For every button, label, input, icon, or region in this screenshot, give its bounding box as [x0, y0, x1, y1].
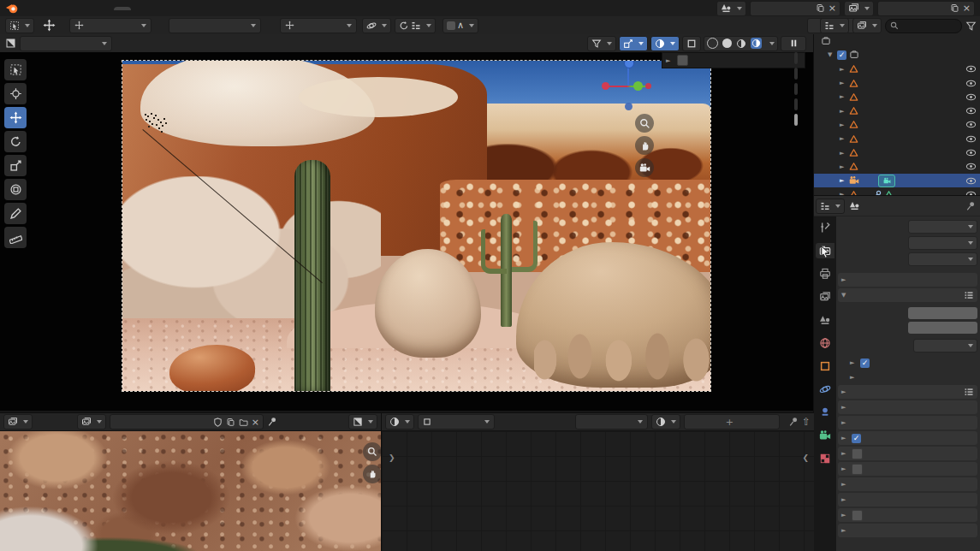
collection-checkbox[interactable]: ✓ — [837, 50, 846, 60]
scene-name-field[interactable]: × — [750, 1, 840, 16]
scene-browse-button[interactable] — [716, 1, 746, 16]
node-menu-node[interactable] — [549, 421, 563, 423]
camera-view[interactable] — [122, 61, 710, 391]
workspace-tab-layout[interactable] — [114, 7, 131, 10]
shader-type-dropdown[interactable] — [418, 414, 495, 430]
motion-blur-checkbox[interactable] — [852, 464, 863, 475]
outliner-row-object[interactable]: ► — [814, 132, 980, 145]
active-tool-dropdown[interactable] — [5, 18, 34, 33]
hide-eye-icon[interactable] — [965, 163, 977, 170]
viewport-canvas[interactable]: ► — [0, 52, 813, 411]
cursor-tool[interactable] — [4, 83, 27, 104]
measure-tool[interactable] — [4, 227, 27, 248]
motion-blur-section[interactable]: ► — [838, 462, 977, 476]
annotate-tool[interactable] — [4, 203, 27, 224]
node-editor-type-dropdown[interactable] — [385, 414, 414, 430]
tab-scene-properties[interactable] — [816, 312, 834, 328]
viewport-menu-select[interactable] — [133, 43, 146, 44]
outliner-row-camera[interactable]: ► — [814, 174, 980, 187]
mode-dropdown[interactable] — [20, 36, 112, 51]
device-dropdown[interactable] — [908, 252, 977, 266]
new-image-copy-icon[interactable] — [226, 418, 235, 427]
hide-eye-icon[interactable] — [965, 65, 977, 73]
view-layer-remove-icon[interactable]: × — [963, 3, 971, 14]
presets-list-icon[interactable] — [964, 387, 974, 397]
node-menu-add[interactable] — [532, 421, 546, 423]
viewport-denoiser-dropdown[interactable] — [913, 339, 977, 353]
image-menu-image[interactable] — [53, 421, 67, 423]
adaptive-sampling-checkbox[interactable]: ✓ — [860, 358, 870, 368]
material-browse-dropdown[interactable] — [651, 414, 680, 430]
image-menu-view[interactable] — [36, 421, 50, 423]
viewport-menu-add[interactable] — [146, 43, 160, 44]
menu-edit[interactable] — [37, 8, 50, 9]
outliner-row-object[interactable]: ► — [814, 118, 980, 132]
light-paths-section[interactable]: ► — [838, 385, 977, 399]
sidebar-tab-create[interactable] — [794, 98, 798, 110]
fake-user-shield-icon[interactable] — [213, 418, 223, 427]
gizmo-view-dot[interactable] — [625, 103, 633, 110]
tab-texture-properties[interactable] — [816, 451, 834, 466]
menu-help[interactable] — [78, 8, 92, 9]
presets-list-icon[interactable] — [964, 290, 974, 300]
orientation-dropdown[interactable] — [69, 18, 151, 33]
menu-file[interactable] — [23, 8, 37, 9]
snap-target-dropdown[interactable] — [280, 18, 357, 33]
outliner-row-object[interactable]: ► — [814, 90, 980, 104]
render-engine-dropdown[interactable] — [908, 220, 977, 234]
outliner-row-object[interactable]: ► — [814, 62, 980, 76]
hide-eye-icon[interactable] — [965, 121, 977, 128]
scene-unlink-icon[interactable]: × — [829, 3, 836, 14]
node-editor-grid[interactable]: ❯ ❮ — [382, 431, 814, 551]
hide-eye-icon[interactable] — [965, 177, 977, 185]
gizmo-x-handle-2[interactable] — [645, 83, 651, 89]
tab-view-layer-properties[interactable] — [816, 289, 834, 305]
hair-section[interactable]: ►✓ — [838, 431, 977, 445]
new-view-layer-copy-icon[interactable] — [950, 3, 959, 13]
shading-solid-button[interactable] — [722, 39, 732, 48]
adaptive-sampling-row[interactable]: ►✓ — [838, 356, 977, 370]
performance-section[interactable]: ► — [838, 493, 977, 507]
new-material-button[interactable]: + — [684, 414, 780, 430]
outliner-search-input[interactable] — [885, 19, 962, 33]
snapping-dropdown[interactable] — [395, 18, 436, 33]
region-expand-arrow-left[interactable]: ❯ — [389, 453, 395, 462]
editor-type-3d-viewport-icon[interactable] — [5, 38, 16, 49]
shading-wireframe-button[interactable] — [707, 38, 718, 49]
outliner-row-scene-collection[interactable] — [814, 34, 980, 48]
drag-dropdown[interactable] — [169, 18, 261, 33]
sampling-section[interactable]: ▼ — [838, 288, 977, 302]
tab-object-properties[interactable] — [816, 358, 834, 374]
workspace-tab-sculpting[interactable] — [151, 7, 169, 10]
camera-view-button[interactable] — [635, 158, 654, 177]
image-name-field[interactable]: × — [110, 414, 264, 430]
workspace-tab-scripting[interactable] — [283, 7, 300, 10]
freestyle-section[interactable]: ► — [838, 508, 977, 522]
workspace-tab-compositing[interactable] — [264, 7, 282, 10]
image-zoom-button[interactable] — [363, 442, 382, 461]
funnel-filter-icon[interactable] — [965, 21, 977, 32]
object-visibility-dropdown[interactable] — [587, 36, 616, 51]
workspace-tab-rendering[interactable] — [246, 7, 263, 10]
hair-checkbox[interactable]: ✓ — [852, 434, 861, 443]
overlays-toggle-dropdown[interactable] — [650, 36, 680, 51]
outliner-filter-dropdown[interactable] — [852, 18, 882, 33]
grease-pencil-section[interactable]: ► — [838, 273, 977, 287]
subdivision-section[interactable]: ► — [838, 416, 977, 430]
falloff-dropdown[interactable]: ∧ — [442, 18, 478, 33]
hide-eye-icon[interactable] — [965, 93, 977, 101]
add-workspace-button[interactable] — [302, 7, 319, 10]
select-box-tool[interactable] — [4, 59, 27, 80]
outliner-row-object[interactable]: ► — [814, 145, 980, 159]
color-management-section[interactable]: ► — [838, 524, 977, 537]
workspace-tab-animation[interactable] — [227, 7, 244, 10]
transform-tool[interactable] — [4, 179, 27, 200]
tab-output-properties[interactable] — [816, 266, 834, 281]
display-channels-dropdown[interactable] — [348, 414, 377, 430]
view-layer-browse-button[interactable] — [844, 1, 874, 16]
image-editor-type-dropdown[interactable] — [3, 414, 33, 430]
outliner-display-mode-dropdown[interactable] — [820, 18, 849, 33]
rotate-tool[interactable] — [4, 131, 27, 152]
pan-hand-button[interactable] — [635, 136, 654, 155]
workspace-tab-uv-editing[interactable] — [170, 7, 187, 10]
